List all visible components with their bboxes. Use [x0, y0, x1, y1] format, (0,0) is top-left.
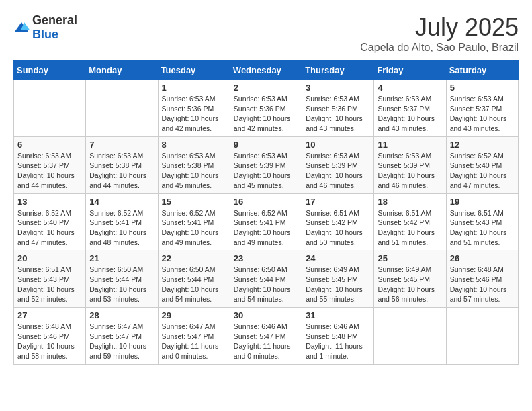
day-number: 2	[234, 83, 298, 93]
calendar-cell: 7Sunrise: 6:53 AM Sunset: 5:38 PM Daylig…	[86, 136, 158, 193]
day-info: Sunrise: 6:52 AM Sunset: 5:40 PM Dayligh…	[450, 151, 515, 191]
day-number: 1	[162, 83, 226, 93]
title-area: July 2025 Capela do Alto, Sao Paulo, Bra…	[360, 13, 519, 54]
day-info: Sunrise: 6:53 AM Sunset: 5:36 PM Dayligh…	[234, 94, 298, 134]
calendar-cell: 19Sunrise: 6:51 AM Sunset: 5:43 PM Dayli…	[446, 193, 518, 250]
day-number: 26	[450, 253, 515, 263]
weekday-header-row: SundayMondayTuesdayWednesdayThursdayFrid…	[14, 61, 519, 80]
location-title: Capela do Alto, Sao Paulo, Brazil	[360, 42, 519, 54]
day-number: 19	[450, 197, 515, 207]
day-info: Sunrise: 6:52 AM Sunset: 5:41 PM Dayligh…	[234, 208, 298, 248]
day-number: 6	[17, 140, 82, 150]
calendar-cell: 28Sunrise: 6:47 AM Sunset: 5:47 PM Dayli…	[86, 308, 158, 365]
calendar-cell: 1Sunrise: 6:53 AM Sunset: 5:36 PM Daylig…	[158, 80, 230, 137]
logo: General Blue	[13, 13, 77, 42]
weekday-header: Monday	[86, 61, 158, 80]
day-info: Sunrise: 6:53 AM Sunset: 5:39 PM Dayligh…	[234, 151, 298, 191]
day-number: 23	[234, 253, 298, 263]
calendar-cell: 21Sunrise: 6:50 AM Sunset: 5:44 PM Dayli…	[86, 250, 158, 308]
calendar-week-row: 1Sunrise: 6:53 AM Sunset: 5:36 PM Daylig…	[14, 80, 519, 137]
calendar-cell: 8Sunrise: 6:53 AM Sunset: 5:38 PM Daylig…	[158, 136, 230, 193]
calendar-cell: 20Sunrise: 6:51 AM Sunset: 5:43 PM Dayli…	[14, 250, 86, 308]
calendar-week-row: 27Sunrise: 6:48 AM Sunset: 5:46 PM Dayli…	[14, 308, 519, 365]
calendar-cell: 31Sunrise: 6:46 AM Sunset: 5:48 PM Dayli…	[302, 308, 374, 365]
day-info: Sunrise: 6:53 AM Sunset: 5:36 PM Dayligh…	[306, 94, 370, 134]
day-info: Sunrise: 6:47 AM Sunset: 5:47 PM Dayligh…	[162, 322, 226, 361]
day-number: 7	[89, 140, 154, 150]
day-info: Sunrise: 6:53 AM Sunset: 5:38 PM Dayligh…	[162, 151, 226, 191]
day-info: Sunrise: 6:52 AM Sunset: 5:40 PM Dayligh…	[17, 208, 82, 248]
calendar-cell: 17Sunrise: 6:51 AM Sunset: 5:42 PM Dayli…	[302, 193, 374, 250]
day-number: 25	[378, 253, 442, 263]
day-info: Sunrise: 6:53 AM Sunset: 5:39 PM Dayligh…	[378, 151, 442, 191]
logo-icon	[13, 21, 30, 34]
day-number: 29	[162, 310, 226, 320]
calendar-cell: 12Sunrise: 6:52 AM Sunset: 5:40 PM Dayli…	[446, 136, 518, 193]
day-info: Sunrise: 6:51 AM Sunset: 5:42 PM Dayligh…	[378, 208, 442, 248]
day-number: 15	[162, 197, 226, 207]
calendar-cell: 13Sunrise: 6:52 AM Sunset: 5:40 PM Dayli…	[14, 193, 86, 250]
calendar-cell: 18Sunrise: 6:51 AM Sunset: 5:42 PM Dayli…	[374, 193, 446, 250]
day-number: 18	[378, 197, 442, 207]
calendar-cell: 3Sunrise: 6:53 AM Sunset: 5:36 PM Daylig…	[302, 80, 374, 137]
calendar-cell: 15Sunrise: 6:52 AM Sunset: 5:41 PM Dayli…	[158, 193, 230, 250]
calendar-cell: 14Sunrise: 6:52 AM Sunset: 5:41 PM Dayli…	[86, 193, 158, 250]
day-number: 20	[17, 253, 82, 263]
calendar-cell	[86, 80, 158, 137]
day-info: Sunrise: 6:51 AM Sunset: 5:43 PM Dayligh…	[450, 208, 515, 248]
day-info: Sunrise: 6:50 AM Sunset: 5:44 PM Dayligh…	[234, 265, 298, 304]
calendar-cell: 30Sunrise: 6:46 AM Sunset: 5:47 PM Dayli…	[230, 308, 302, 365]
calendar-cell: 23Sunrise: 6:50 AM Sunset: 5:44 PM Dayli…	[230, 250, 302, 308]
day-number: 27	[17, 310, 82, 320]
day-info: Sunrise: 6:53 AM Sunset: 5:37 PM Dayligh…	[450, 94, 515, 134]
calendar-week-row: 13Sunrise: 6:52 AM Sunset: 5:40 PM Dayli…	[14, 193, 519, 250]
day-info: Sunrise: 6:49 AM Sunset: 5:45 PM Dayligh…	[378, 265, 442, 304]
day-number: 16	[234, 197, 298, 207]
day-info: Sunrise: 6:46 AM Sunset: 5:47 PM Dayligh…	[234, 322, 298, 361]
calendar-cell: 22Sunrise: 6:50 AM Sunset: 5:44 PM Dayli…	[158, 250, 230, 308]
calendar-cell: 26Sunrise: 6:48 AM Sunset: 5:46 PM Dayli…	[446, 250, 518, 308]
calendar-cell: 9Sunrise: 6:53 AM Sunset: 5:39 PM Daylig…	[230, 136, 302, 193]
day-number: 22	[162, 253, 226, 263]
weekday-header: Wednesday	[230, 61, 302, 80]
calendar-table: SundayMondayTuesdayWednesdayThursdayFrid…	[13, 60, 519, 365]
day-number: 28	[89, 310, 154, 320]
day-info: Sunrise: 6:52 AM Sunset: 5:41 PM Dayligh…	[89, 208, 154, 248]
day-number: 9	[234, 140, 298, 150]
day-info: Sunrise: 6:46 AM Sunset: 5:48 PM Dayligh…	[306, 322, 370, 361]
day-info: Sunrise: 6:53 AM Sunset: 5:36 PM Dayligh…	[162, 94, 226, 134]
weekday-header: Tuesday	[158, 61, 230, 80]
logo-text: General Blue	[32, 13, 77, 42]
weekday-header: Sunday	[14, 61, 86, 80]
day-info: Sunrise: 6:50 AM Sunset: 5:44 PM Dayligh…	[89, 265, 154, 304]
day-info: Sunrise: 6:53 AM Sunset: 5:38 PM Dayligh…	[89, 151, 154, 191]
day-number: 13	[17, 197, 82, 207]
logo-general: General	[32, 13, 77, 27]
calendar-week-row: 20Sunrise: 6:51 AM Sunset: 5:43 PM Dayli…	[14, 250, 519, 308]
day-number: 11	[378, 140, 442, 150]
calendar-week-row: 6Sunrise: 6:53 AM Sunset: 5:37 PM Daylig…	[14, 136, 519, 193]
calendar-cell: 16Sunrise: 6:52 AM Sunset: 5:41 PM Dayli…	[230, 193, 302, 250]
day-number: 17	[306, 197, 370, 207]
day-info: Sunrise: 6:51 AM Sunset: 5:42 PM Dayligh…	[306, 208, 370, 248]
day-info: Sunrise: 6:52 AM Sunset: 5:41 PM Dayligh…	[162, 208, 226, 248]
calendar-cell: 11Sunrise: 6:53 AM Sunset: 5:39 PM Dayli…	[374, 136, 446, 193]
calendar-cell: 5Sunrise: 6:53 AM Sunset: 5:37 PM Daylig…	[446, 80, 518, 137]
calendar-cell	[374, 308, 446, 365]
day-number: 31	[306, 310, 370, 320]
day-number: 3	[306, 83, 370, 93]
header: General Blue July 2025 Capela do Alto, S…	[13, 13, 519, 54]
day-info: Sunrise: 6:48 AM Sunset: 5:46 PM Dayligh…	[450, 265, 515, 304]
day-number: 24	[306, 253, 370, 263]
calendar-cell: 6Sunrise: 6:53 AM Sunset: 5:37 PM Daylig…	[14, 136, 86, 193]
calendar-cell: 10Sunrise: 6:53 AM Sunset: 5:39 PM Dayli…	[302, 136, 374, 193]
day-info: Sunrise: 6:53 AM Sunset: 5:39 PM Dayligh…	[306, 151, 370, 191]
day-info: Sunrise: 6:53 AM Sunset: 5:37 PM Dayligh…	[17, 151, 82, 191]
calendar-cell: 27Sunrise: 6:48 AM Sunset: 5:46 PM Dayli…	[14, 308, 86, 365]
day-number: 14	[89, 197, 154, 207]
day-number: 10	[306, 140, 370, 150]
calendar-cell	[446, 308, 518, 365]
day-number: 12	[450, 140, 515, 150]
calendar-cell: 4Sunrise: 6:53 AM Sunset: 5:37 PM Daylig…	[374, 80, 446, 137]
logo-blue: Blue	[32, 28, 58, 41]
